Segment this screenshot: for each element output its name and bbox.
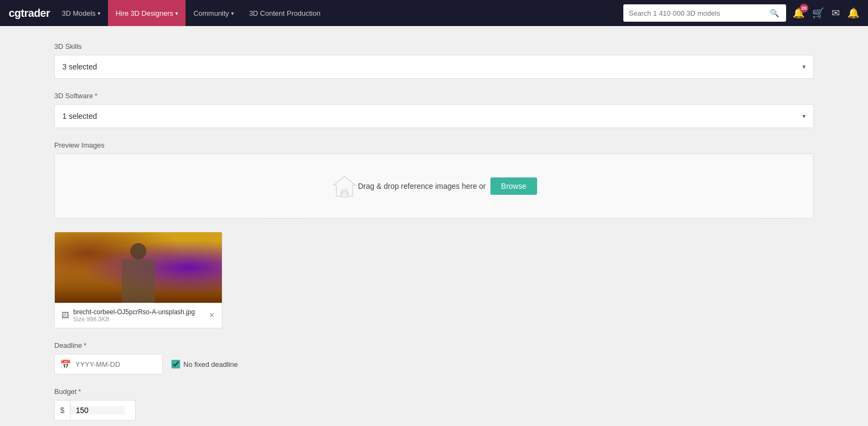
chevron-down-icon: ▾ — [231, 10, 234, 16]
deadline-field-group: Deadline * 📅 No fixed deadline — [54, 341, 814, 374]
chevron-down-icon: ▾ — [802, 63, 806, 71]
file-name-block: brecht-corbeel-OJ5pcrRso-A-unsplash.jpg … — [73, 308, 204, 322]
uploaded-files: 🖼 brecht-corbeel-OJ5pcrRso-A-unsplash.jp… — [54, 232, 814, 328]
chevron-down-icon: ▾ — [98, 10, 100, 16]
mail-icon[interactable]: ✉ — [832, 7, 840, 19]
calendar-icon: 📅 — [60, 359, 71, 370]
budget-input-wrap: $ — [54, 400, 136, 421]
notification-badge: 20 — [800, 4, 808, 12]
chevron-down-icon: ▾ — [175, 10, 178, 16]
deadline-label: Deadline * — [54, 341, 814, 349]
software-label: 3D Software * — [54, 92, 814, 100]
nav-icons: 🔔 20 🛒 ✉ 🔔 — [793, 7, 859, 19]
main-content: 3D Skills 3 selected ▾ 3D Software * 1 s… — [0, 26, 868, 426]
navbar: cgtrader 3D Models ▾ Hire 3D Designers ▾… — [0, 0, 868, 26]
file-type-icon: 🖼 — [61, 311, 69, 320]
nav-community[interactable]: Community ▾ — [186, 0, 241, 26]
skills-label: 3D Skills — [54, 42, 814, 50]
required-indicator: * — [78, 387, 81, 396]
cart-icon[interactable]: 🛒 — [812, 7, 824, 19]
brand-logo[interactable]: cgtrader — [9, 7, 50, 20]
software-field-group: 3D Software * 1 selected ▾ — [54, 92, 814, 128]
skills-select[interactable]: 3 selected ▾ — [54, 55, 814, 79]
deadline-input[interactable] — [75, 360, 151, 368]
alert-icon[interactable]: 🔔 — [847, 7, 859, 19]
dropzone-text: Drag & drop reference images here or — [358, 182, 486, 190]
software-select[interactable]: 1 selected ▾ — [54, 104, 814, 128]
skills-field-group: 3D Skills 3 selected ▾ — [54, 42, 814, 79]
nav-hire-designers[interactable]: Hire 3D Designers ▾ — [108, 0, 186, 26]
budget-input[interactable] — [71, 406, 125, 415]
search-icon: 🔍 — [770, 9, 779, 17]
required-indicator: * — [95, 92, 98, 100]
file-size: Size 998.3KB — [73, 316, 204, 322]
no-fixed-deadline-label: No fixed deadline — [183, 360, 238, 368]
preview-images-field-group: Preview Images Drag & drop reference ima… — [54, 141, 814, 219]
file-remove-button[interactable]: × — [208, 309, 215, 321]
required-indicator: * — [84, 341, 86, 349]
thumbnail-art — [55, 232, 222, 303]
budget-field-group: Budget * $ — [54, 387, 814, 421]
no-fixed-deadline-row: No fixed deadline — [171, 360, 238, 368]
dropzone-text-row: Drag & drop reference images here or Bro… — [358, 177, 537, 195]
search-bar: 🔍 — [623, 4, 786, 22]
no-fixed-deadline-checkbox[interactable] — [171, 360, 180, 368]
file-info: 🖼 brecht-corbeel-OJ5pcrRso-A-unsplash.jp… — [55, 303, 222, 328]
browse-button[interactable]: Browse — [490, 177, 538, 195]
nav-3d-models[interactable]: 3D Models ▾ — [54, 0, 108, 26]
search-input[interactable] — [629, 9, 770, 17]
preview-images-label: Preview Images — [54, 141, 814, 149]
budget-currency: $ — [55, 400, 71, 420]
file-card: 🖼 brecht-corbeel-OJ5pcrRso-A-unsplash.jp… — [54, 232, 222, 328]
file-thumbnail — [55, 232, 222, 303]
dropzone[interactable]: Drag & drop reference images here or Bro… — [54, 154, 814, 219]
date-input-wrap: 📅 — [54, 354, 163, 374]
upload-house-icon — [331, 173, 358, 200]
file-name: brecht-corbeel-OJ5pcrRso-A-unsplash.jpg — [73, 308, 204, 316]
budget-label: Budget * — [54, 387, 814, 396]
nav-content-production[interactable]: 3D Content Production — [241, 0, 328, 26]
notifications-icon[interactable]: 🔔 20 — [793, 7, 805, 19]
chevron-down-icon: ▾ — [802, 112, 806, 120]
svg-point-1 — [343, 192, 346, 194]
deadline-row: 📅 No fixed deadline — [54, 354, 814, 374]
